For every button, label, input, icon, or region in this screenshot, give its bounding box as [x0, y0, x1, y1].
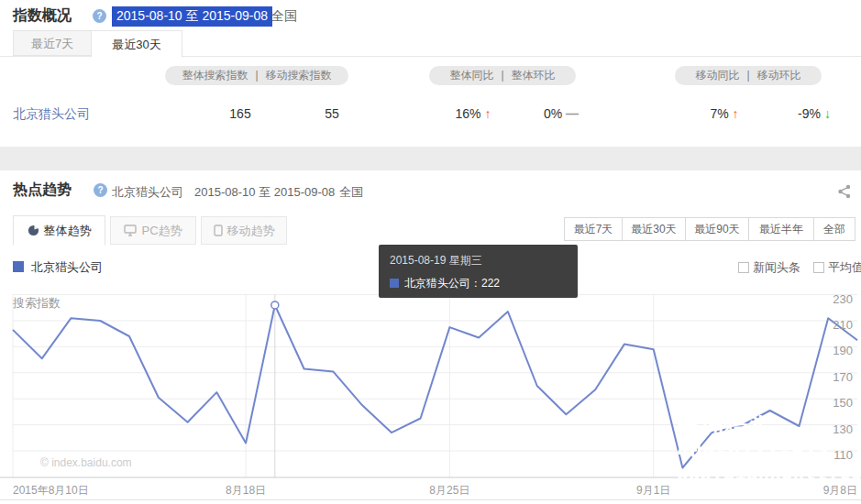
branding-name: 乾坤猎头 — [677, 414, 861, 440]
y-tick-label: 190 — [833, 344, 853, 357]
pill-overall-search-index[interactable]: 整体搜索指数 — [178, 69, 251, 82]
tooltip-date: 2015-08-19 星期三 — [390, 253, 567, 268]
y-tick-label: 230 — [833, 292, 853, 306]
tab-mobile-trend-label: 移动趋势 — [227, 224, 275, 237]
branding-overlay: 乾坤猎头 400-6222-973 www.qiankunlt.com — [677, 414, 861, 484]
mobile-index-value: 55 — [325, 106, 339, 121]
checkbox-news-headlines[interactable]: 新闻头条 — [738, 259, 800, 276]
monitor-icon — [124, 225, 137, 236]
checkbox-average-label: 平均值 — [828, 260, 861, 274]
data-point-marker — [271, 301, 279, 309]
pill-divider: | — [497, 69, 507, 82]
overview-title: 指数概况 — [13, 6, 72, 26]
checkbox-news-label: 新闻头条 — [753, 260, 800, 274]
y-tick-label: 210 — [833, 318, 853, 332]
range-90-days[interactable]: 最近90天 — [685, 217, 749, 241]
x-tick-label: 9月8日 — [823, 484, 857, 497]
tab-overall-trend[interactable]: 整体趋势 — [13, 215, 105, 246]
region-label: 全国 — [271, 8, 297, 25]
trend-title: 热点趋势 — [13, 181, 72, 200]
tooltip-series-value: 北京猎头公司：222 — [404, 277, 500, 290]
up-arrow-icon: ↑ — [733, 106, 739, 121]
mobile-icon — [214, 225, 223, 236]
trend-keyword: 北京猎头公司 — [112, 184, 183, 201]
baidu-index-page: 指数概况 ? 2015-08-10 至 2015-09-08 全国 最近7天 最… — [0, 0, 861, 504]
down-arrow-icon: ↓ — [824, 106, 831, 121]
up-arrow-icon: ↑ — [484, 106, 491, 121]
mobile-mom-value: -9% ↓ — [798, 106, 831, 121]
overview-tabs: 最近7天 最近30天 — [0, 30, 861, 57]
date-range-selected: 2015-08-10 至 2015-09-08 — [112, 6, 272, 27]
flat-dash-icon: — — [566, 106, 579, 121]
pill-search-index[interactable]: 整体搜索指数|移动搜索指数 — [165, 66, 348, 85]
branding-url: www.qiankunlt.com — [677, 463, 861, 484]
chart-watermark: © index.baidu.com — [40, 456, 132, 469]
pill-mobile-compare[interactable]: 移动同比|移动环比 — [675, 66, 822, 85]
checkbox-icon[interactable] — [813, 262, 824, 273]
pie-chart-icon — [28, 225, 39, 236]
mobile-yoy-number: 7% — [710, 106, 728, 121]
mobile-mom-number: -9% — [798, 106, 821, 121]
overall-index-value: 165 — [229, 106, 250, 121]
y-tick-label: 170 — [833, 370, 853, 384]
pill-divider: | — [743, 69, 753, 82]
legend-label: 北京猎头公司 — [31, 260, 103, 274]
chart-tooltip: 2015-08-19 星期三 北京猎头公司：222 — [379, 245, 578, 298]
help-icon[interactable]: ? — [94, 183, 107, 197]
tab-mobile-trend[interactable]: 移动趋势 — [201, 216, 287, 245]
checkbox-icon[interactable] — [738, 262, 749, 273]
overall-yoy-value: 16% ↑ — [456, 106, 491, 121]
share-icon[interactable] — [836, 183, 853, 200]
pill-mobile-mom[interactable]: 移动环比 — [754, 69, 805, 82]
checkbox-average[interactable]: 平均值 — [813, 259, 861, 276]
range-all[interactable]: 全部 — [813, 217, 855, 241]
keyword-link[interactable]: 北京猎头公司 — [13, 106, 90, 123]
pill-divider: | — [251, 69, 261, 82]
range-button-group: 最近7天 最近30天 最近90天 最近半年 全部 — [565, 217, 855, 241]
tab-last-30-days[interactable]: 最近30天 — [91, 30, 182, 58]
tooltip-series-swatch — [390, 279, 399, 288]
branding-phone: 400-6222-973 — [677, 440, 861, 463]
pill-overall-compare[interactable]: 整体同比|整体环比 — [429, 66, 576, 85]
tab-overall-trend-label: 整体趋势 — [44, 224, 92, 237]
pill-overall-mom[interactable]: 整体环比 — [508, 69, 559, 82]
overall-yoy-number: 16% — [456, 106, 481, 121]
x-tick-label: 9月1日 — [636, 484, 670, 497]
range-7-days[interactable]: 最近7天 — [564, 217, 623, 241]
tab-last-7-days[interactable]: 最近7天 — [13, 30, 92, 56]
tab-pc-trend-label: PC趋势 — [141, 224, 182, 237]
pill-overall-yoy[interactable]: 整体同比 — [446, 69, 497, 82]
legend-item[interactable]: 北京猎头公司 — [13, 259, 103, 276]
help-icon[interactable]: ? — [93, 9, 106, 23]
pill-mobile-yoy[interactable]: 移动同比 — [691, 69, 743, 82]
chart-options: 新闻头条 平均值 — [738, 259, 861, 276]
pill-mobile-search-index[interactable]: 移动搜索指数 — [262, 69, 336, 82]
y-axis-title: 搜索指数 — [13, 295, 61, 312]
x-tick-label: 8月18日 — [226, 484, 266, 497]
x-tick-label: 8月25日 — [429, 484, 469, 497]
mobile-yoy-value: 7% ↑ — [710, 106, 738, 121]
trend-date-range: 2015-08-10 至 2015-09-08 — [194, 184, 335, 201]
tab-pc-trend[interactable]: PC趋势 — [110, 216, 196, 245]
range-half-year[interactable]: 最近半年 — [748, 217, 814, 241]
section-divider — [0, 147, 861, 170]
x-tick-label: 2015年8月10日 — [13, 484, 89, 497]
legend-swatch — [13, 261, 24, 272]
trend-region: 全国 — [339, 184, 363, 201]
y-tick-label: 150 — [833, 396, 853, 410]
range-30-days[interactable]: 最近30天 — [622, 217, 686, 241]
overall-mom-number: 0% — [544, 106, 562, 121]
overall-mom-value: 0% — — [544, 106, 579, 121]
tooltip-value: 北京猎头公司：222 — [390, 276, 567, 291]
